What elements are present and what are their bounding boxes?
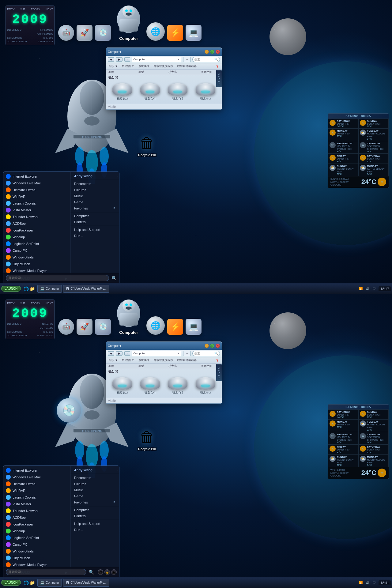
menu-logitech-top[interactable]: Logitech SetPoint bbox=[3, 240, 70, 247]
taskbar-clock-bottom[interactable]: 18:41 bbox=[379, 580, 391, 585]
dock-icon-6[interactable]: 💻 bbox=[186, 25, 202, 41]
tray-security-bottom[interactable]: 🛡 bbox=[372, 580, 377, 585]
menu-music-top[interactable]: Music bbox=[70, 193, 119, 199]
menu-vista-top[interactable]: Vista Master bbox=[3, 207, 70, 213]
drive-e-bottom[interactable]: 磁盘 (E:) bbox=[168, 377, 187, 395]
window-back-bottom[interactable]: ◀ bbox=[108, 351, 114, 356]
window-minimize-bottom[interactable]: – bbox=[205, 344, 209, 348]
lock-btn-bottom[interactable]: 🔒 bbox=[104, 569, 110, 575]
taskbar-folder-icon-top[interactable]: 📁 bbox=[30, 286, 35, 291]
drive-c-bottom[interactable]: 磁盘 (C:) bbox=[112, 377, 132, 395]
window-up-top[interactable]: ↑ bbox=[124, 57, 130, 62]
start-button-bottom[interactable]: LAUNCH bbox=[1, 580, 21, 586]
dock-icon-2[interactable]: 🚀 bbox=[77, 25, 92, 41]
recycle-bin-top[interactable]: 🗑 Recycle Bin bbox=[135, 135, 159, 157]
recycle-bin-bottom[interactable]: 🗑 Recycle Bin bbox=[135, 429, 159, 451]
menu-run-bottom[interactable]: Run... bbox=[70, 527, 119, 533]
window-maximize-bottom[interactable]: □ bbox=[210, 344, 214, 348]
tray-volume-top[interactable]: 🔊 bbox=[365, 286, 370, 291]
window-close-top[interactable]: ✕ bbox=[216, 50, 220, 54]
menu-ie-bottom[interactable]: Internet Explorer bbox=[3, 467, 70, 474]
toolbar-uninstall-bottom[interactable]: 卸载或更改程序 bbox=[153, 358, 174, 363]
taskbar-pics-bottom[interactable]: 🖼 C:\Users\Andy Wang\Pic... bbox=[63, 579, 109, 587]
menu-winrar-bottom[interactable]: WinRAR bbox=[3, 487, 70, 494]
menu-mail-top[interactable]: Windows Live Mail bbox=[3, 180, 70, 187]
window-close-bottom[interactable]: ✕ bbox=[216, 344, 220, 348]
toolbar-help-bottom[interactable]: ❓ bbox=[215, 359, 220, 362]
power-btn-bottom[interactable]: ⏻ bbox=[98, 569, 103, 575]
toolbar-uninstall-top[interactable]: 卸载或更改程序 bbox=[153, 64, 174, 69]
toolbar-organize-top[interactable]: 组织 ▼ bbox=[108, 64, 119, 69]
toolbar-properties-top[interactable]: 系统属性 bbox=[138, 64, 150, 69]
window-up-bottom[interactable]: ↑ bbox=[124, 351, 130, 356]
menu-music-bottom[interactable]: Music bbox=[70, 487, 119, 493]
menu-iconpack-top[interactable]: IconPackager bbox=[3, 227, 70, 234]
menu-objdock-top[interactable]: ObjectDock bbox=[3, 261, 70, 267]
dock-icon-computer-top[interactable]: Computer bbox=[113, 2, 144, 41]
menu-winamp-bottom[interactable]: Winamp bbox=[3, 528, 70, 534]
dock-icon-3[interactable]: 💿 bbox=[95, 25, 111, 41]
dock-icon-b2[interactable]: 🚀 bbox=[77, 319, 92, 335]
cal-next-bottom[interactable]: NEXT bbox=[46, 302, 53, 305]
tray-network-bottom[interactable]: 📶 bbox=[358, 580, 363, 585]
window-go-top[interactable]: → bbox=[183, 57, 190, 62]
dock-icon-computer-bottom[interactable]: Computer bbox=[113, 296, 144, 335]
menu-pictures-bottom[interactable]: Pictures bbox=[70, 481, 119, 487]
toolbar-view-top[interactable]: ⊞ 视图 ▼ bbox=[121, 64, 135, 69]
tray-volume-bottom[interactable]: 🔊 bbox=[365, 580, 370, 585]
drive-c-top[interactable]: 磁盘 (C:) bbox=[112, 83, 132, 101]
window-search-top[interactable]: 搜索 🔍 bbox=[192, 57, 220, 62]
dock-icon-b1[interactable]: 🤖 bbox=[58, 319, 74, 335]
menu-cooliris-bottom[interactable]: Launch Cooliris bbox=[3, 494, 70, 501]
menu-objdock-bottom[interactable]: ObjectDock bbox=[3, 555, 70, 561]
dock-icon-b6[interactable]: 💻 bbox=[186, 319, 202, 335]
cal-today[interactable]: TODAY bbox=[31, 8, 40, 11]
taskbar-clock-top[interactable]: 18:17 bbox=[379, 286, 391, 291]
menu-documents-top[interactable]: Documents bbox=[70, 181, 119, 187]
menu-acdsee-top[interactable]: ACDSee bbox=[3, 220, 70, 227]
menu-blinds-top[interactable]: WindowBlinds bbox=[3, 254, 70, 261]
cd-icon-bottom[interactable]: 💿 bbox=[57, 398, 81, 423]
cal-next[interactable]: NEXT bbox=[46, 8, 53, 11]
menu-computer-top[interactable]: Computer bbox=[70, 213, 119, 219]
menu-pictures-top[interactable]: Pictures bbox=[70, 187, 119, 193]
window-back-top[interactable]: ◀ bbox=[108, 57, 114, 62]
menu-thunder-bottom[interactable]: Thunder Network bbox=[3, 507, 70, 514]
window-go-bottom[interactable]: → bbox=[183, 351, 190, 356]
menu-printers-top[interactable]: Printers bbox=[70, 219, 119, 225]
menu-acdsee-bottom[interactable]: ACDSee bbox=[3, 514, 70, 521]
menu-thunder-top[interactable]: Thunder Network bbox=[3, 213, 70, 220]
menu-ie-top[interactable]: Internet Explorer bbox=[3, 173, 70, 180]
menu-favorites-top[interactable]: Favorites▶ bbox=[70, 205, 119, 211]
tray-network-top[interactable]: 📶 bbox=[358, 286, 363, 291]
menu-cursor-top[interactable]: CursorFX bbox=[3, 247, 70, 254]
taskbar-folder-icon-bottom[interactable]: 📁 bbox=[30, 580, 35, 585]
menu-extras-top[interactable]: Ultimate Extras bbox=[3, 187, 70, 193]
dock-icon-5[interactable]: ⚡ bbox=[167, 25, 183, 41]
taskbar-ie-icon-top[interactable]: 🌐 bbox=[24, 286, 28, 291]
toolbar-organize-bottom[interactable]: 组织 ▼ bbox=[108, 358, 119, 363]
cal-today-bottom[interactable]: TODAY bbox=[31, 302, 40, 305]
toolbar-map-top[interactable]: 映射网络驱动器 bbox=[176, 64, 198, 69]
window-address-bottom[interactable]: Computer ▼ bbox=[132, 351, 182, 356]
menu-vista-bottom[interactable]: Vista Master bbox=[3, 501, 70, 507]
dock-icon-4[interactable]: 🌐 bbox=[146, 22, 165, 41]
toolbar-properties-bottom[interactable]: 系统属性 bbox=[138, 358, 150, 363]
cal-prev-bottom[interactable]: PREV bbox=[7, 302, 15, 305]
window-search-bottom[interactable]: 搜索 🔍 bbox=[192, 351, 220, 356]
menu-computer-bottom[interactable]: Computer bbox=[70, 507, 119, 513]
taskbar-pics-top[interactable]: 🖼 C:\Users\Andy Wang\Pic... bbox=[63, 285, 109, 293]
menu-cursor-bottom[interactable]: CursorFX bbox=[3, 541, 70, 548]
menu-mail-bottom[interactable]: Windows Live Mail bbox=[3, 474, 70, 481]
menu-winrar-top[interactable]: WinRAR bbox=[3, 193, 70, 200]
taskbar-ie-icon-bottom[interactable]: 🌐 bbox=[24, 580, 28, 585]
cal-prev[interactable]: PREV bbox=[7, 8, 15, 11]
tray-security-top[interactable]: 🛡 bbox=[372, 286, 377, 291]
toolbar-map-bottom[interactable]: 映射网络驱动器 bbox=[176, 358, 198, 363]
drives-tab-bottom[interactable]: Drives bbox=[216, 364, 222, 381]
menu-favorites-bottom[interactable]: Favorites▶ bbox=[70, 499, 119, 505]
menu-game-bottom[interactable]: Game bbox=[70, 493, 119, 499]
arrow-btn-bottom[interactable]: ▶ bbox=[111, 569, 117, 575]
start-button-top[interactable]: LAUNCH bbox=[1, 286, 21, 292]
menu-documents-bottom[interactable]: Documents bbox=[70, 475, 119, 481]
